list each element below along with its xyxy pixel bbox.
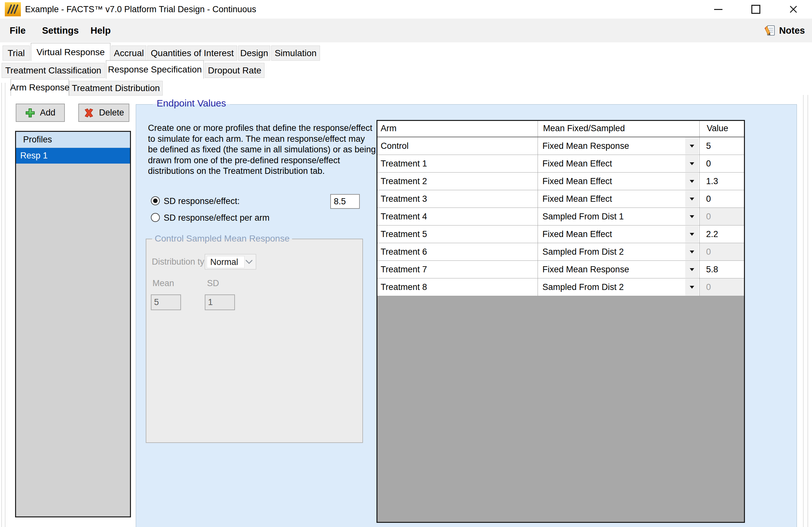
menu-help[interactable]: Help [90,19,111,42]
tab-trial[interactable]: Trial [3,46,30,61]
col-header-value: Value [700,121,744,137]
dropdown-arrow-icon [690,251,694,253]
tab-simulation[interactable]: Simulation [271,46,320,61]
value-cell[interactable]: 5 [700,137,744,155]
endpoint-table: Arm Mean Fixed/Sampled Value Control Fix… [376,120,745,523]
delete-button[interactable]: Delete [78,104,129,122]
dropdown-arrow-icon [690,286,694,289]
mode-value: Fixed Mean Effect [538,177,685,186]
tab-response-specification[interactable]: Response Specification [106,60,204,79]
dropdown-button[interactable] [685,138,699,154]
tab-design[interactable]: Design [238,46,270,61]
menu-settings[interactable]: Settings [42,19,78,42]
mode-cell[interactable]: Sampled From Dist 1 [538,208,700,225]
mode-value: Fixed Mean Response [538,141,685,151]
mode-cell[interactable]: Sampled From Dist 2 [538,278,700,296]
dropdown-button[interactable] [685,226,699,242]
dropdown-button[interactable] [685,208,699,225]
value-cell[interactable]: 0 [700,155,744,172]
table-row: Treatment 3 Fixed Mean Effect 0 [377,190,744,208]
minimize-button[interactable] [699,0,737,19]
arm-cell: Treatment 5 [377,225,538,243]
maximize-button[interactable] [737,0,774,19]
mode-cell[interactable]: Fixed Mean Effect [538,225,700,243]
sd-response-radio[interactable] [151,196,160,205]
sd-response-input[interactable]: 8.5 [330,194,360,209]
sd-per-arm-radio-label[interactable]: SD response/effect per arm [164,213,270,222]
distribution-type-select: Normal [205,254,256,269]
mode-value: Fixed Mean Effect [538,159,685,169]
arm-cell: Treatment 2 [377,172,538,190]
tab-arm-response[interactable]: Arm Response [11,79,69,96]
distribution-type-value: Normal [207,256,245,268]
endpoint-values-group: Endpoint Values Create one or more profi… [136,104,797,527]
dropdown-button[interactable] [685,261,699,278]
mode-cell[interactable]: Sampled From Dist 2 [538,243,700,261]
window-title: Example - FACTS™ v7.0 Platform Trial Des… [25,0,256,19]
tab-quantities-of-interest[interactable]: Quantities of Interest [147,46,237,61]
dropdown-arrow-icon [690,162,694,165]
mode-value: Fixed Mean Effect [538,229,685,239]
table-row: Treatment 7 Fixed Mean Response 5.8 [377,261,744,278]
dropdown-arrow-icon [690,215,694,218]
right-panel-edge [803,95,804,527]
tab-dropout-rate[interactable]: Dropout Rate [205,63,264,78]
col-header-arm: Arm [377,121,538,137]
dropdown-button[interactable] [685,243,699,260]
value-cell[interactable]: 0 [700,190,744,208]
mean-label: Mean [153,278,174,288]
notes-button[interactable]: Notes [764,19,805,42]
minimize-icon [714,9,723,10]
mode-value: Fixed Mean Response [538,265,685,274]
chevron-down-icon [245,259,253,264]
sd-per-arm-radio[interactable] [151,213,160,222]
mode-cell[interactable]: Fixed Mean Response [538,137,700,155]
right-panel-edge-inner [808,95,808,527]
tab-accrual[interactable]: Accrual [111,46,146,61]
sd-response-radio-label[interactable]: SD response/effect: [164,197,240,206]
arm-cell: Treatment 1 [377,155,538,172]
notes-icon [764,25,776,36]
profiles-header: Profiles [16,132,130,148]
mode-cell[interactable]: Fixed Mean Response [538,261,700,278]
value-cell[interactable]: 1.3 [700,172,744,190]
mode-cell[interactable]: Fixed Mean Effect [538,172,700,190]
menu-file[interactable]: File [10,19,26,42]
add-button[interactable]: Add [16,104,65,122]
dropdown-button[interactable] [685,155,699,172]
dropdown-arrow-icon [690,233,694,236]
delete-icon [84,108,95,118]
dropdown-button[interactable] [685,279,699,296]
control-sampled-title: Control Sampled Mean Response [152,234,292,244]
mode-cell[interactable]: Fixed Mean Effect [538,155,700,172]
arm-cell: Treatment 8 [377,278,538,296]
dropdown-button[interactable] [685,191,699,207]
close-button[interactable] [774,0,812,19]
mode-cell[interactable]: Fixed Mean Effect [538,190,700,208]
sd-field: 1 [205,295,235,310]
table-row: Treatment 8 Sampled From Dist 2 0 [377,278,744,296]
table-row: Treatment 5 Fixed Mean Effect 2.2 [377,225,744,243]
table-row: Treatment 6 Sampled From Dist 2 0 [377,243,744,261]
value-cell[interactable]: 2.2 [700,225,744,243]
tab-treatment-classification[interactable]: Treatment Classification [2,63,105,78]
arm-cell: Treatment 7 [377,261,538,278]
mode-value: Sampled From Dist 2 [538,247,685,257]
control-sampled-group: Control Sampled Mean Response Distributi… [146,239,363,443]
mean-field: 5 [151,295,181,310]
dropdown-arrow-icon [690,198,694,200]
menu-bar: File Settings Help Notes [0,19,812,42]
arm-cell: Treatment 4 [377,208,538,225]
tab-virtual-response[interactable]: Virtual Response [31,43,111,61]
value-cell[interactable]: 5.8 [700,261,744,278]
add-icon [25,108,35,118]
mode-value: Sampled From Dist 2 [538,282,685,292]
profile-item-resp1[interactable]: Resp 1 [16,148,130,164]
left-panel-edge-inner [5,83,5,527]
value-cell-disabled: 0 [700,243,744,261]
tab-treatment-distribution[interactable]: Treatment Distribution [69,81,163,95]
dropdown-button[interactable] [685,173,699,190]
value-cell-disabled: 0 [700,208,744,225]
add-label: Add [40,108,55,118]
table-header-row: Arm Mean Fixed/Sampled Value [377,121,744,137]
